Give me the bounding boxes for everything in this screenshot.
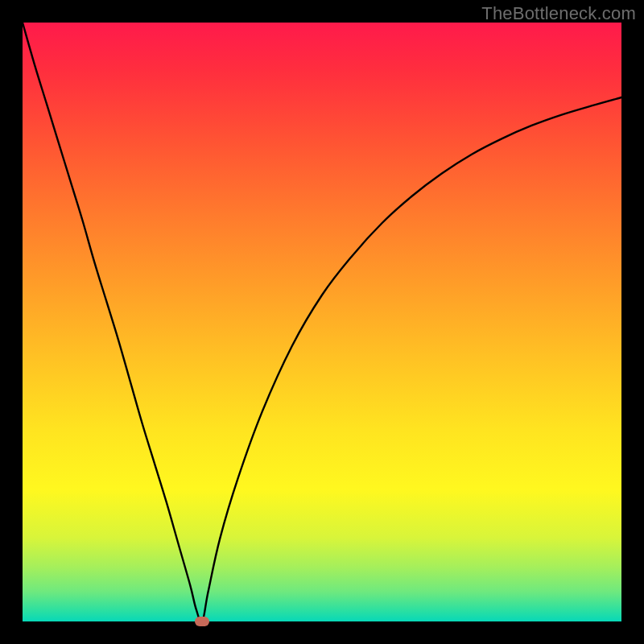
optimum-marker <box>195 617 209 626</box>
chart-frame: TheBottleneck.com <box>0 0 644 644</box>
watermark-text: TheBottleneck.com <box>481 3 636 24</box>
bottleneck-curve <box>23 23 621 621</box>
curve-path <box>23 23 621 622</box>
plot-area <box>23 23 621 621</box>
